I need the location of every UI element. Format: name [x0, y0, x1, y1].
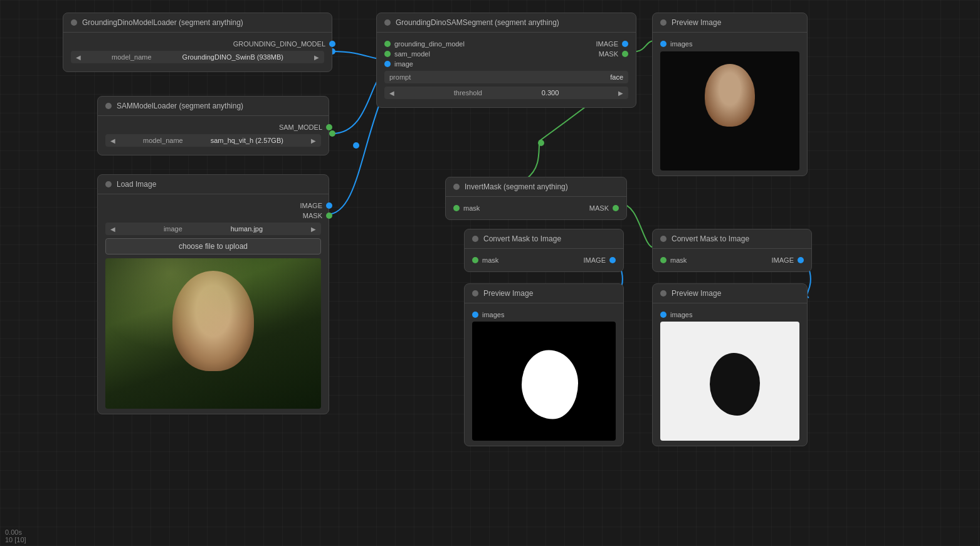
node-convert-mask-1-header: Convert Mask to Image	[465, 229, 623, 249]
node-preview-bottom-left: Preview Image images	[464, 283, 624, 446]
upload-button[interactable]: choose file to upload	[105, 238, 321, 255]
right-arrow[interactable]: ▶	[314, 54, 319, 61]
node-title: GroundingDinoModelLoader (segment anythi…	[82, 18, 243, 27]
node-status-dot	[660, 290, 667, 297]
node-preview-top: Preview Image images	[652, 13, 808, 176]
param-value: sam_hq_vit_h (2.57GB)	[211, 137, 283, 144]
node-invert-mask: InvertMask (segment anything) mask MASK	[445, 177, 627, 220]
right-arrow[interactable]: ▶	[311, 226, 316, 233]
mask-black-preview	[660, 322, 799, 441]
output-label: IMAGE	[772, 256, 794, 264]
input-port-images	[660, 41, 667, 47]
node-sam-loader-header: SAMModelLoader (segment anything)	[98, 97, 329, 116]
threshold-label: threshold	[454, 89, 482, 97]
node-grounding-dino-sam-header: GroundingDinoSAMSegment (segment anythin…	[377, 13, 636, 33]
images-label: images	[670, 40, 692, 48]
input-port-images	[472, 312, 478, 318]
output-port-mask	[613, 205, 619, 211]
output-label-mask: MASK	[589, 204, 609, 212]
svg-point-2	[329, 130, 335, 137]
node-title: Preview Image	[672, 18, 721, 27]
input-label-image: image	[394, 60, 413, 68]
node-load-image-header: Load Image	[98, 175, 329, 194]
model-control[interactable]: ◀ model_name GroundingDINO_SwinB (938MB)…	[71, 51, 324, 63]
node-status-dot	[384, 19, 391, 26]
right-arrow[interactable]: ▶	[311, 137, 316, 144]
node-status-dot	[71, 19, 77, 26]
node-convert-mask-1: Convert Mask to Image mask IMAGE	[464, 229, 624, 272]
param-value: GroundingDINO_SwinB (938MB)	[182, 53, 283, 61]
node-preview-bottom-right-header: Preview Image	[653, 284, 807, 303]
input-port-image	[384, 61, 391, 67]
images-port-row: images	[660, 311, 799, 318]
node-title: Preview Image	[672, 289, 721, 298]
threshold-value: 0.300	[542, 89, 559, 97]
node-preview-bottom-right: Preview Image images	[652, 283, 808, 446]
left-arrow[interactable]: ◀	[110, 226, 115, 233]
node-grounding-dino-sam: GroundingDinoSAMSegment (segment anythin…	[376, 13, 636, 108]
image-control[interactable]: ◀ image human.jpg ▶	[105, 223, 321, 235]
prompt-label: prompt	[389, 73, 411, 81]
output-port	[798, 257, 804, 263]
left-arrow[interactable]: ◀	[76, 54, 81, 61]
node-title: InvertMask (segment anything)	[465, 182, 568, 191]
node-status-dot	[472, 236, 478, 242]
output-port	[329, 41, 335, 47]
images-label: images	[670, 311, 692, 318]
loaded-image-preview	[105, 258, 321, 409]
node-preview-bottom-left-header: Preview Image	[465, 284, 623, 303]
input-port-images	[660, 312, 667, 318]
input-port-mask	[660, 257, 667, 263]
node-preview-top-header: Preview Image	[653, 13, 807, 33]
node-title: Convert Mask to Image	[672, 234, 749, 243]
image-output-port	[326, 202, 332, 209]
image-output-label: IMAGE	[300, 202, 322, 209]
node-title: SAMModelLoader (segment anything)	[117, 102, 243, 110]
node-title: Load Image	[117, 180, 156, 189]
output-port	[326, 124, 332, 130]
model-control[interactable]: ◀ model_name sam_hq_vit_h (2.57GB) ▶	[105, 134, 321, 147]
input-label: mask	[482, 256, 498, 264]
node-status-dot	[660, 19, 667, 26]
port-row: mask IMAGE	[660, 256, 804, 264]
mask-output-label: MASK	[303, 212, 322, 219]
node-convert-mask-2-header: Convert Mask to Image	[653, 229, 811, 249]
input-label-sam: sam_model	[394, 50, 430, 58]
output-port-row: SAM_MODEL	[105, 123, 321, 131]
output-label: IMAGE	[584, 256, 606, 264]
node-title: Convert Mask to Image	[483, 234, 561, 243]
output-label: GROUNDING_DINO_MODEL	[233, 40, 325, 48]
mask-output-row: MASK	[105, 212, 321, 219]
output-label: SAM_MODEL	[279, 123, 322, 131]
prompt-value: face	[610, 73, 623, 81]
images-port-row: images	[472, 311, 616, 318]
threshold-control[interactable]: ◀ threshold 0.300 ▶	[384, 87, 628, 99]
param-label: model_name	[143, 137, 183, 144]
left-arrow[interactable]: ◀	[110, 137, 115, 144]
input-label-grounding: grounding_dino_model	[394, 40, 465, 48]
param-value: human.jpg	[231, 225, 263, 233]
node-title: GroundingDinoSAMSegment (segment anythin…	[396, 18, 559, 27]
port-row: mask IMAGE	[472, 256, 616, 264]
output-port-mask	[622, 51, 628, 57]
threshold-left-arrow[interactable]: ◀	[389, 90, 394, 97]
node-grounding-dino-loader: GroundingDinoModelLoader (segment anythi…	[63, 13, 332, 72]
node-status-dot	[472, 290, 478, 297]
status-queue: 10 [10]	[5, 536, 26, 543]
prompt-control[interactable]: prompt face	[384, 71, 628, 83]
param-label: model_name	[112, 53, 152, 61]
status-bar: 0.00s 10 [10]	[0, 526, 31, 546]
node-status-dot	[660, 236, 667, 242]
output-label-mask: MASK	[599, 50, 618, 58]
output-port-image	[622, 41, 628, 47]
images-label: images	[482, 311, 504, 318]
image-port-row: grounding_dino_model IMAGE	[384, 40, 628, 48]
node-load-image: Load Image IMAGE MASK ◀ image human.jpg …	[97, 174, 329, 414]
node-grounding-dino-loader-header: GroundingDinoModelLoader (segment anythi…	[63, 13, 332, 33]
mask-port-row: sam_model MASK	[384, 50, 628, 58]
image-output-row: IMAGE	[105, 202, 321, 209]
mask-output-port	[326, 213, 332, 219]
mask-white-preview	[472, 322, 616, 441]
input-port-grounding	[384, 41, 391, 47]
threshold-right-arrow[interactable]: ▶	[618, 90, 623, 97]
